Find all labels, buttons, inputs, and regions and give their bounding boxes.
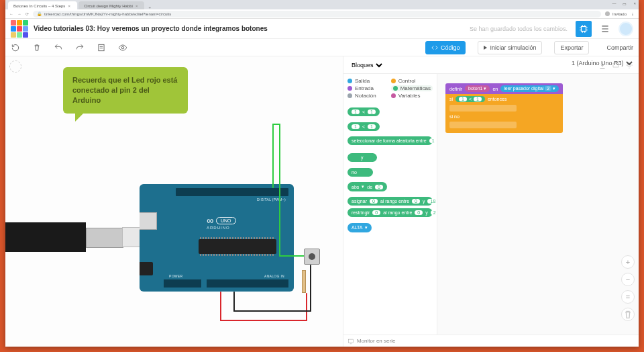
simulate-label: Iniciar simulación <box>490 44 536 51</box>
block-map[interactable]: asignar0al rango entre0y18 <box>347 197 433 206</box>
address-bar[interactable]: 🔒 tinkercad.com/things/dmMKJNa2Yv-mighty… <box>33 11 601 17</box>
rotate-icon[interactable] <box>11 43 20 52</box>
code-panel-toolbar: Bloques 1 (Arduino Uno R3) <box>343 56 639 74</box>
power-label: POWER <box>169 274 182 278</box>
code-label: Código <box>441 44 460 51</box>
redo-icon[interactable] <box>75 43 85 52</box>
app-header: Video tutoriales 03: Hoy veremos un proy… <box>5 19 639 39</box>
block-not[interactable]: no <box>347 168 373 177</box>
close-icon[interactable]: × <box>136 4 138 8</box>
wire-green[interactable] <box>279 255 306 257</box>
block-categories: Salida Control Entrada Matemáticas Notac… <box>347 78 433 99</box>
grid-icon <box>600 24 610 34</box>
component-select[interactable]: 1 (Arduino Uno R3) <box>569 59 635 67</box>
workspace-trash[interactable] <box>621 308 635 321</box>
tab-label: Circuit design Mighty Habbi <box>84 4 133 8</box>
arduino-digital-header[interactable] <box>176 188 288 196</box>
back-icon[interactable]: ← <box>9 12 13 16</box>
wire-green[interactable] <box>279 124 280 257</box>
wire-black[interactable] <box>233 292 235 312</box>
tinkercad-logo[interactable] <box>11 20 28 38</box>
browser-tab[interactable]: Circuit design Mighty Habbi× <box>78 1 145 9</box>
svg-rect-5 <box>348 339 354 343</box>
zoom-out-button[interactable]: − <box>621 273 635 286</box>
browser-tab[interactable]: Botones In Circuits – 4 Steps× <box>8 1 77 9</box>
resistor-component[interactable] <box>302 270 306 293</box>
close-icon[interactable]: × <box>68 4 70 8</box>
cat-control[interactable]: Control <box>391 78 433 84</box>
block-abs[interactable]: abs▾ de0 <box>347 182 387 191</box>
trash-icon[interactable] <box>32 43 42 52</box>
block-lt[interactable]: 1<1 <box>347 122 380 131</box>
block-random[interactable]: seleccionar de forma aleatoria entre1 <box>347 136 433 145</box>
svg-rect-1 <box>99 44 104 50</box>
pushbutton-component[interactable] <box>304 249 320 265</box>
svg-point-2 <box>121 46 124 49</box>
serial-monitor-toggle[interactable]: Monitor en serie <box>343 335 639 347</box>
code-icon <box>431 44 438 51</box>
window-close[interactable]: × <box>633 1 636 6</box>
browser-menu-icon[interactable]: ⋮ <box>631 11 635 16</box>
arduino-usb-port <box>140 212 157 230</box>
code-button[interactable]: Código <box>425 41 466 54</box>
cat-entrada[interactable]: Entrada <box>347 85 387 91</box>
workspace-script[interactable]: definir boton1 ▾ en leer pasador digital… <box>445 83 563 133</box>
wire-red[interactable] <box>306 293 307 321</box>
usb-cable[interactable] <box>5 222 86 252</box>
tab-label: Botones In Circuits – 4 Steps <box>13 4 65 8</box>
layout-button[interactable] <box>597 21 613 37</box>
forward-icon[interactable]: → <box>17 12 21 16</box>
tutorial-hint: Recuerda que el Led rojo está conectado … <box>63 67 188 114</box>
block-define[interactable]: definir boton1 ▾ en leer pasador digital… <box>445 83 563 94</box>
browser-toolbar: ← → ⟳ 🔒 tinkercad.com/things/dmMKJNa2Yv-… <box>5 9 639 19</box>
block-if[interactable]: si 1<1 entonces si no <box>445 94 563 133</box>
play-icon <box>484 46 487 50</box>
zoom-in-button[interactable]: + <box>621 255 635 269</box>
new-tab-button[interactable]: + <box>148 5 151 9</box>
cat-salida[interactable]: Salida <box>347 78 387 84</box>
pan-control[interactable] <box>9 60 21 73</box>
arduino-mcu-chip <box>199 239 276 254</box>
zoom-fit-button[interactable]: = <box>621 290 635 304</box>
project-title[interactable]: Video tutoriales 03: Hoy veremos un proy… <box>34 25 464 32</box>
export-button[interactable]: Exportar <box>554 41 589 54</box>
wire-green[interactable] <box>272 124 274 188</box>
window-minimize[interactable]: — <box>612 1 616 6</box>
share-button[interactable]: Compartir <box>601 42 633 54</box>
code-mode-select[interactable]: Bloques <box>349 61 384 69</box>
notes-icon[interactable] <box>97 43 106 52</box>
block-compare[interactable]: 1<1 <box>347 107 380 116</box>
cat-notacion[interactable]: Notación <box>347 93 387 99</box>
code-panel: Bloques 1 (Arduino Uno R3) Salida Contro… <box>343 56 639 347</box>
wire-black[interactable] <box>233 310 311 312</box>
block-workspace[interactable]: definir boton1 ▾ en leer pasador digital… <box>437 74 639 335</box>
wire-red[interactable] <box>220 320 307 321</box>
circuit-canvas[interactable]: Recuerda que el Led rojo está conectado … <box>5 56 343 347</box>
lock-icon: 🔒 <box>37 11 42 16</box>
arduino-brand: ARDUINO <box>207 226 230 230</box>
svg-rect-0 <box>582 26 586 31</box>
profile-avatar-icon[interactable] <box>605 11 610 16</box>
editor-toolbar: Código Iniciar simulación Exportar Compa… <box>5 39 639 56</box>
browser-tabstrip: Botones In Circuits – 4 Steps× Circuit d… <box>5 0 639 9</box>
reload-icon[interactable]: ⟳ <box>25 11 29 16</box>
arduino-analog-header[interactable] <box>207 279 288 288</box>
visibility-icon[interactable] <box>118 43 127 52</box>
trash-icon <box>623 308 633 320</box>
window-maximize[interactable]: ▭ <box>623 1 627 6</box>
cat-matematicas[interactable]: Matemáticas <box>391 85 433 91</box>
chip-icon <box>579 24 588 34</box>
block-alta[interactable]: ALTA ▾ <box>347 223 372 232</box>
circuits-mode-button[interactable] <box>576 21 592 37</box>
block-palette[interactable]: Salida Control Entrada Matemáticas Notac… <box>343 74 437 335</box>
block-and[interactable]: y <box>347 153 377 162</box>
wire-black[interactable] <box>310 265 311 312</box>
block-constrain[interactable]: restringir0al rango entre0y2 <box>347 208 433 217</box>
undo-icon[interactable] <box>54 43 63 52</box>
arduino-power-header[interactable] <box>164 279 201 288</box>
wire-red[interactable] <box>220 292 221 321</box>
user-avatar[interactable] <box>619 21 633 36</box>
arduino-board[interactable]: DIGITAL (PWM~) ∞ UNO ARDUINO POWER ANALO… <box>140 184 294 292</box>
simulate-button[interactable]: Iniciar simulación <box>478 41 542 54</box>
cat-variables[interactable]: Variables <box>391 93 433 99</box>
